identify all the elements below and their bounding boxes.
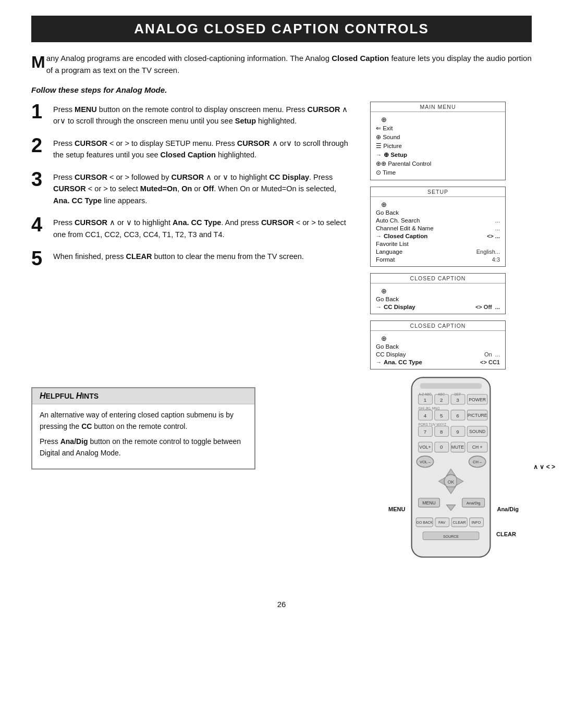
setup-menu-title: SETUP xyxy=(371,187,505,197)
svg-text:8: 8 xyxy=(440,429,443,435)
setup-menu-box: SETUP ⊕ Go Back Auto Ch. Search ... Chan… xyxy=(370,187,506,267)
setup-format-row: Format 4:3 xyxy=(376,255,500,263)
bottom-section: HELPFUL HINTS An alternative way of ente… xyxy=(31,375,532,589)
step-4: 4 Press CURSOR ∧ or ∨ to highlight Ana. … xyxy=(31,215,354,240)
svg-text:7: 7 xyxy=(424,429,426,435)
step-2: 2 Press CURSOR < or > to display SETUP m… xyxy=(31,135,354,161)
steps-column: 1 Press MENU button on the remote contro… xyxy=(31,102,354,369)
step-text-1: Press MENU button on the remote control … xyxy=(53,102,354,127)
hints-body: An alternative way of entering closed ca… xyxy=(32,404,254,468)
setup-menu-body: ⊕ Go Back Auto Ch. Search ... Channel Ed… xyxy=(371,197,505,266)
setup-goback-row: Go Back xyxy=(376,208,500,216)
setup-closedcaption-row: → Closed Caption <> ... xyxy=(376,232,500,240)
step-number-5: 5 xyxy=(31,249,48,268)
steps-list: 1 Press MENU button on the remote contro… xyxy=(31,102,354,268)
hint-2: Press Ana/Dig button on the remote contr… xyxy=(40,436,247,459)
svg-text:POWER: POWER xyxy=(469,397,486,402)
main-layout: 1 Press MENU button on the remote contro… xyxy=(31,102,532,369)
svg-text:GHI JKL MNO: GHI JKL MNO xyxy=(419,406,440,410)
cursor-direction-labels: ∧ ∨ < > xyxy=(533,463,555,471)
step-text-2: Press CURSOR < or > to display SETUP men… xyxy=(53,135,354,161)
step-number-1: 1 xyxy=(31,102,48,121)
main-menu-body: ⊕ ⇐ Exit ⊕ Sound ☰ Picture → ⊕ Setup xyxy=(371,112,505,180)
cc-menu-off-body: ⊕ Go Back → CC Display <> Off ... xyxy=(371,283,505,314)
main-menu-icon: ⊕ xyxy=(376,114,500,124)
setup-autoch-row: Auto Ch. Search ... xyxy=(376,216,500,224)
page-number: 26 xyxy=(31,600,532,609)
svg-text:2: 2 xyxy=(440,397,443,403)
svg-text:DEF: DEF xyxy=(454,392,461,396)
svg-text:MUTE: MUTE xyxy=(451,445,464,450)
menu-screenshots-column: MAIN MENU ⊕ ⇐ Exit ⊕ Sound ☰ Picture → ⊕… xyxy=(370,102,532,369)
cc-menu-on-body: ⊕ Go Back CC Display On ... → Ana. CC Ty… xyxy=(371,331,505,369)
hints-section: HELPFUL HINTS An alternative way of ente… xyxy=(31,375,360,470)
svg-text:ABC: ABC xyxy=(438,392,445,396)
setup-menu-icon: ⊕ xyxy=(376,199,500,208)
menu-label: MENU xyxy=(388,506,405,512)
menu-boxes: MAIN MENU ⊕ ⇐ Exit ⊕ Sound ☰ Picture → ⊕… xyxy=(370,102,532,369)
cc-off-icon: ⊕ xyxy=(376,286,500,295)
setup-language-row: Language English... xyxy=(376,248,500,255)
svg-text:5: 5 xyxy=(440,413,443,418)
menu-time-row: ⊙ Time xyxy=(376,168,500,177)
svg-text:VOL+: VOL+ xyxy=(419,445,431,450)
intro-paragraph: Many Analog programs are encoded with cl… xyxy=(31,53,532,76)
drop-cap: M xyxy=(31,54,45,70)
step-number-2: 2 xyxy=(31,135,48,155)
svg-text:FAV: FAV xyxy=(438,520,446,525)
follow-heading: Follow these steps for Analog Mode. xyxy=(31,85,532,94)
svg-text:OK: OK xyxy=(448,479,455,485)
hints-title: HELPFUL HINTS xyxy=(32,388,254,404)
remote-section: 1 A-Z ABC 2 ABC 3 DEF POWER GHI JKL MNO … xyxy=(370,375,532,589)
setup-channeledit-row: Channel Edit & Name ... xyxy=(376,224,500,232)
step-text-5: When finished, press CLEAR button to cle… xyxy=(53,249,304,262)
svg-text:SOUND: SOUND xyxy=(469,429,485,434)
svg-text:4: 4 xyxy=(424,413,427,418)
svg-text:SOURCE: SOURCE xyxy=(443,535,459,538)
menu-setup-row: → ⊕ Setup xyxy=(376,150,500,159)
hint-1: An alternative way of entering closed ca… xyxy=(40,410,247,432)
menu-picture-row: ☰ Picture xyxy=(376,141,500,150)
anadig-label: Ana/Dig xyxy=(497,506,519,512)
menu-sound-row: ⊕ Sound xyxy=(376,132,500,141)
remote-svg: 1 A-Z ABC 2 ABC 3 DEF POWER GHI JKL MNO … xyxy=(378,375,524,588)
main-menu-title: MAIN MENU xyxy=(371,102,505,112)
svg-text:0: 0 xyxy=(440,444,443,450)
step-number-3: 3 xyxy=(31,169,48,189)
cc-off-goback-row: Go Back xyxy=(376,295,500,303)
svg-text:Ana/Dig: Ana/Dig xyxy=(467,501,481,505)
svg-text:3: 3 xyxy=(456,397,459,403)
helpful-hints-box: HELPFUL HINTS An alternative way of ente… xyxy=(31,387,255,470)
svg-text:9: 9 xyxy=(456,429,459,435)
clear-label: CLEAR xyxy=(496,531,516,537)
svg-text:CH –: CH – xyxy=(473,460,482,464)
main-menu-box: MAIN MENU ⊕ ⇐ Exit ⊕ Sound ☰ Picture → ⊕… xyxy=(370,102,506,180)
page-title: ANALOG CLOSED CAPTION CONTROLS xyxy=(31,16,532,42)
cc-menu-on-title: CLOSED CAPTION xyxy=(371,321,505,331)
svg-text:INFO: INFO xyxy=(471,520,481,525)
step-text-4: Press CURSOR ∧ or ∨ to highlight Ana. CC… xyxy=(53,215,354,240)
cc-on-icon: ⊕ xyxy=(376,333,500,342)
menu-parental-row: ⊕⊕ Parental Control xyxy=(376,159,500,168)
svg-text:PICTURE: PICTURE xyxy=(468,413,487,418)
setup-favoritelist-row: Favorite List xyxy=(376,240,500,248)
menu-exit-row: ⇐ Exit xyxy=(376,124,500,132)
step-number-4: 4 xyxy=(31,215,48,235)
svg-text:GO BACK: GO BACK xyxy=(416,521,433,524)
svg-text:CH +: CH + xyxy=(472,445,483,450)
svg-text:VOL –: VOL – xyxy=(420,460,431,464)
step-3: 3 Press CURSOR < or > followed by CURSOR… xyxy=(31,169,354,206)
step-5: 5 When finished, press CLEAR button to c… xyxy=(31,249,354,268)
cc-off-display-row: → CC Display <> Off ... xyxy=(376,303,500,311)
svg-text:1: 1 xyxy=(424,397,426,403)
cc-menu-off-box: CLOSED CAPTION ⊕ Go Back → CC Display <>… xyxy=(370,273,506,314)
remote-illustration: 1 A-Z ABC 2 ABC 3 DEF POWER GHI JKL MNO … xyxy=(378,375,524,589)
svg-text:A-Z ABC: A-Z ABC xyxy=(419,392,432,396)
cc-on-display-row: CC Display On ... xyxy=(376,350,500,358)
svg-rect-1 xyxy=(420,383,482,389)
step-1: 1 Press MENU button on the remote contro… xyxy=(31,102,354,127)
svg-text:MENU: MENU xyxy=(422,500,435,505)
cc-menu-on-box: CLOSED CAPTION ⊕ Go Back CC Display On .… xyxy=(370,320,506,369)
cc-on-type-row: → Ana. CC Type <> CC1 xyxy=(376,358,500,366)
cc-menu-off-title: CLOSED CAPTION xyxy=(371,274,505,283)
